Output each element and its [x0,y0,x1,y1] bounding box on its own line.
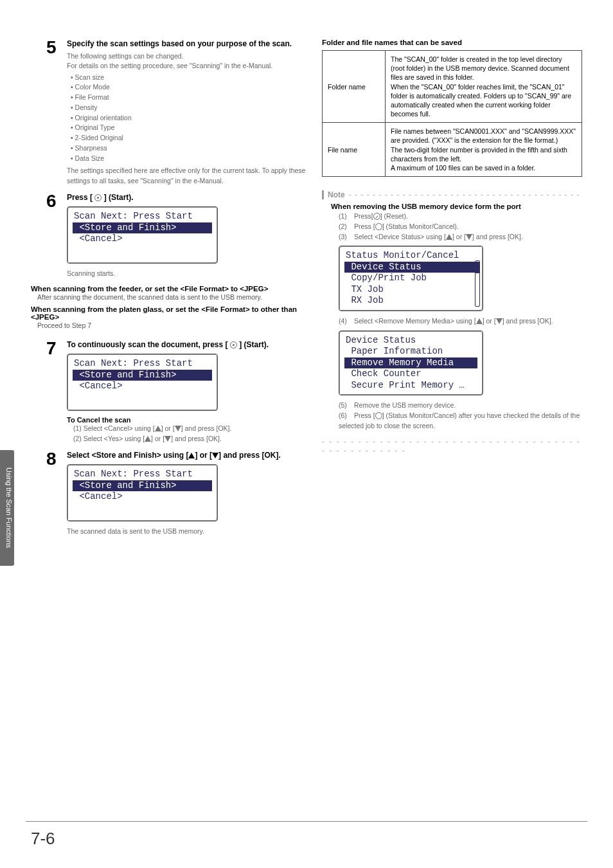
step-7-number: 7 [46,339,60,357]
step-6-title: Press [ ] (Start). [67,192,306,203]
when-feeder-head: When scanning from the feeder, or set th… [31,285,306,293]
down-icon [175,426,181,431]
lcd-ds-l4: Secure Print Memory … [344,380,477,392]
bullet-density: Density [71,103,306,113]
note-end-dashes: - - - - - - - - - - - - - - - - - - - - … [322,437,582,455]
lcd-sm-l1: Device Status [344,262,477,273]
note-steps-4: (4)Select <Remove Memory Media> using []… [339,316,582,327]
step-7-title-post: ] (Start). [237,340,269,349]
lcd-step8-line1: Scan Next: Press Start [73,469,212,480]
lcd-sm-title: Status Monitor/Cancel [344,250,477,262]
bullet-color-mode: Color Mode [71,82,306,93]
side-tab: Using the Scan Functions [0,450,14,566]
step-7-title-pre: To continuously scan the document, press… [67,340,230,349]
lcd-ds-title: Device Status [344,335,477,347]
note-block: Note- - - - - - - - - - - - - - - - - - … [322,188,582,455]
bullet-orig-orientation: Original orientation [71,113,306,123]
lcd-step7-line3: <Cancel> [73,381,212,392]
step-5-number: 5 [46,39,60,57]
folder-name-val: The "SCAN_00" folder is created in the t… [386,51,582,123]
status-monitor-icon [375,223,382,230]
bullet-scan-size: Scan size [71,73,306,83]
table-row: Folder name The "SCAN_00" folder is crea… [323,51,582,123]
up-icon [145,436,151,442]
bullet-file-format: File Format [71,93,306,103]
note-step-4: (4)Select <Remove Memory Media> using []… [339,316,582,327]
note-title: When removing the USB memory device form… [331,203,582,210]
note-step-6: (6)Press [] (Status Monitor/Cancel) afte… [339,411,582,431]
bullet-data-size: Data Size [71,154,306,164]
down-icon [496,318,502,324]
step-5-intro1: The following settings can be changed. [67,51,306,61]
lcd-step6-line1: Scan Next: Press Start [73,211,212,222]
note-label: Note [322,190,345,199]
step-5-intro2: For details on the setting procedure, se… [67,61,306,71]
cancel-step-1: (1) Select <Cancel> using [] or [] and p… [73,424,306,434]
lcd-sm-l4: RX Job [344,295,477,307]
table-row: File name File names between "SCAN0001.X… [323,123,582,177]
note-step-5: (5)Remove the USB memory device. [339,401,582,411]
file-name-key: File name [323,123,386,177]
when-feeder-body: After scanning the document, the scanned… [37,293,306,302]
note-step-1: (1)Press[] (Reset). [339,212,582,222]
note-step-2: (2)Press [] (Status Monitor/Cancel). [339,222,582,232]
step-8-title: Select <Store and Finish> using [] or []… [67,450,306,460]
folder-file-title: Folder and file names that can be saved [322,39,582,46]
cancel-step-2: (2) Select <Yes> using [] or [] and pres… [73,434,306,444]
down-icon [212,453,218,458]
step-6-title-pre: Press [ [67,193,94,202]
footer-rule [26,821,587,822]
lcd-step7: Scan Next: Press Start <Store and Finish… [67,354,218,411]
step-5-note: The settings specified here are effectiv… [67,166,306,185]
note-steps-top: (1)Press[] (Reset). (2)Press [] (Status … [339,212,582,242]
step-7: 7 To continuously scan the document, pre… [46,339,306,444]
scrollbar-thumb [475,262,479,273]
lcd-ds-l3: Check Counter [344,368,477,380]
lcd-sm-l3: TX Job [344,284,477,296]
status-monitor-icon [375,412,382,419]
folder-name-key: Folder name [323,51,386,123]
cancel-scan-steps: (1) Select <Cancel> using [] or [] and p… [73,424,306,444]
when-platen-head: When scanning from the platen glass, or … [31,305,306,321]
step-8-after: The scanned data is sent to the USB memo… [67,527,306,536]
note-steps-bottom: (5)Remove the USB memory device. (6)Pres… [339,401,582,431]
file-name-val: File names between "SCAN0001.XXX" and "S… [386,123,582,177]
lcd-ds-l1: Paper Information [344,346,477,357]
lcd-step8: Scan Next: Press Start <Store and Finish… [67,464,218,521]
lcd-status-monitor: Status Monitor/Cancel Device Status Copy… [339,246,483,311]
lcd-step6: Scan Next: Press Start <Store and Finish… [67,206,218,264]
step-8: 8 Select <Store and Finish> using [] or … [46,450,306,536]
step-6: 6 Press [ ] (Start). Scan Next: Press St… [46,192,306,278]
up-icon [188,453,195,458]
start-icon [230,341,237,348]
down-icon [466,234,472,240]
folder-file-table: Folder name The "SCAN_00" folder is crea… [322,50,582,177]
step-5-title: Specify the scan settings based on your … [67,39,306,49]
up-icon [155,426,161,431]
step-7-title: To continuously scan the document, press… [67,339,306,350]
lcd-device-status: Device Status Paper Information Remove M… [339,330,483,396]
lcd-ds-l2: Remove Memory Media [344,357,477,369]
step-6-number: 6 [46,192,60,210]
lcd-step8-line3: <Cancel> [73,491,212,503]
lcd-step6-line3: <Cancel> [73,233,212,245]
bullet-sharpness: Sharpness [71,143,306,154]
lcd-step8-line2: <Store and Finish> [73,480,212,492]
step-6-title-post: ] (Start). [102,193,133,202]
bullet-2sided: 2-Sided Original [71,133,306,143]
lcd-step7-line2: <Store and Finish> [73,370,212,381]
bullet-orig-type: Original Type [71,123,306,133]
step-5-bullets: Scan size Color Mode File Format Density… [71,73,306,164]
reset-icon [373,213,380,220]
lcd-step6-line2: <Store and Finish> [73,222,212,234]
up-icon [446,234,452,240]
step-6-after: Scanning starts. [67,269,306,278]
cancel-scan-head: To Cancel the scan [67,416,306,424]
note-step-3: (3)Select <Device Status> using [] or []… [339,232,582,242]
step-8-number: 8 [46,450,60,468]
lcd-step7-line1: Scan Next: Press Start [73,358,212,370]
step-5: 5 Specify the scan settings based on you… [46,39,306,186]
lcd-sm-l2: Copy/Print Job [344,273,477,284]
down-icon [164,436,171,442]
up-icon [476,318,483,324]
